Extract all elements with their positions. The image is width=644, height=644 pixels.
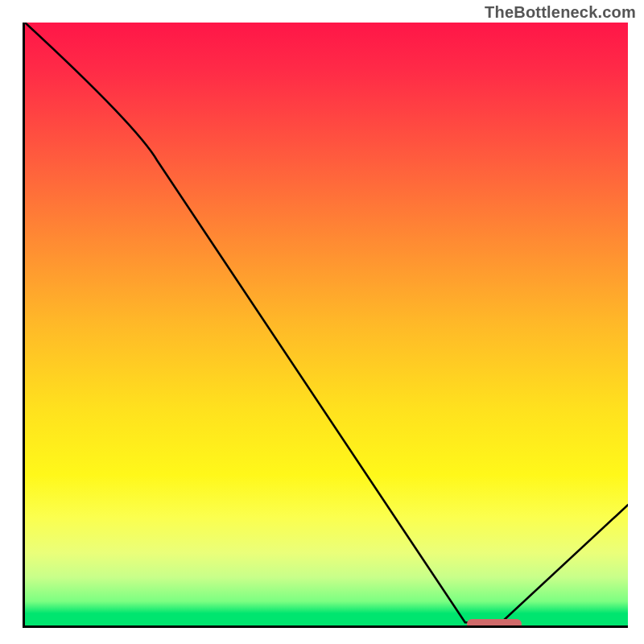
bottleneck-curve <box>25 23 628 625</box>
chart-container: TheBottleneck.com <box>0 0 644 644</box>
attribution-label: TheBottleneck.com <box>485 3 636 22</box>
plot-area <box>23 23 628 628</box>
optimal-range-marker <box>467 619 522 628</box>
